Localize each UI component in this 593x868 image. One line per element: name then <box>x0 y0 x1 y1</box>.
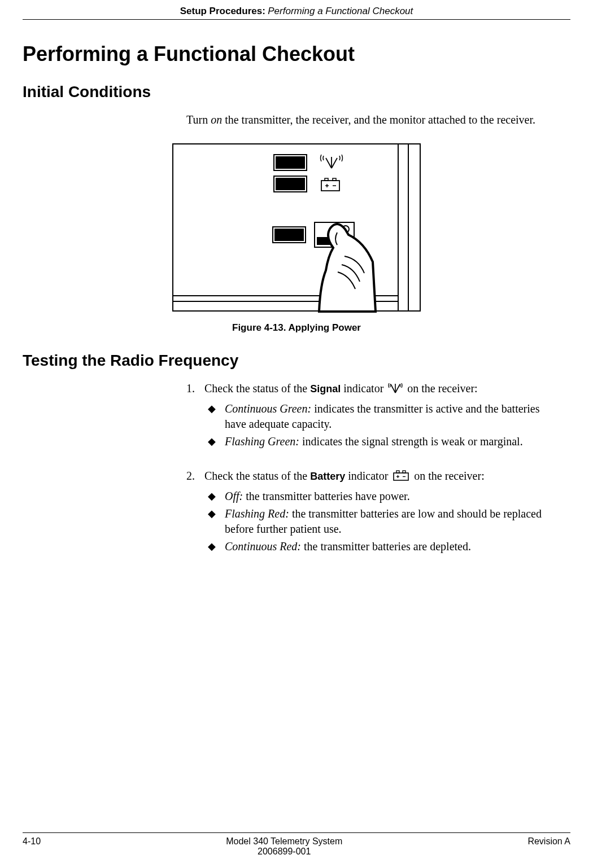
list-item: ◆ Continuous Green: indicates the transm… <box>204 401 553 432</box>
bullet-rest: indicates the signal strength is weak or… <box>299 435 523 448</box>
page-header: Setup Procedures: Performing a Functiona… <box>23 0 570 20</box>
bullet-em: Flashing Green: <box>225 435 299 448</box>
diamond-bullet-icon: ◆ <box>204 539 225 554</box>
diamond-bullet-icon: ◆ <box>204 434 225 449</box>
bullet-em: Flashing Red: <box>225 507 289 520</box>
bullet-em: Off: <box>225 490 243 502</box>
svg-line-25 <box>391 384 395 393</box>
bullet-rest: the transmitter batteries are depleted. <box>301 540 471 553</box>
testing-steps: 1. Check the status of the Signal indica… <box>186 381 553 565</box>
step-1-mid: indicator <box>341 382 386 394</box>
svg-rect-29 <box>403 471 405 473</box>
page-footer: 4-10 Model 340 Telemetry System 2006899-… <box>23 832 570 857</box>
footer-revision: Revision A <box>527 836 570 857</box>
step-1-number: 1. <box>186 381 204 461</box>
battery-icon <box>393 469 409 485</box>
bullet-em: Continuous Green: <box>225 402 311 415</box>
initial-body-pre: Turn <box>186 113 211 126</box>
section-testing-heading: Testing the Radio Frequency <box>23 352 570 370</box>
initial-body-em: on <box>211 113 222 126</box>
figure-caption: Figure 4-13. Applying Power <box>23 322 570 335</box>
testing-body: 1. Check the status of the Signal indica… <box>186 381 553 565</box>
svg-line-11 <box>332 158 337 168</box>
step-1-pre: Check the status of the <box>204 382 310 394</box>
step-1: 1. Check the status of the Signal indica… <box>186 381 553 461</box>
footer-docnum: 2006899-001 <box>41 847 527 857</box>
svg-rect-8 <box>276 178 305 190</box>
section-initial-heading: Initial Conditions <box>23 83 570 101</box>
page-title: Performing a Functional Checkout <box>23 42 570 66</box>
svg-line-10 <box>326 158 332 168</box>
list-item: ◆ Flashing Green: indicates the signal s… <box>204 434 553 449</box>
svg-rect-14 <box>333 178 336 181</box>
step-2-number: 2. <box>186 468 204 565</box>
diamond-bullet-icon: ◆ <box>204 506 225 537</box>
applying-power-illustration <box>172 143 421 313</box>
footer-model: Model 340 Telemetry System <box>41 836 527 847</box>
diamond-bullet-icon: ◆ <box>204 489 225 504</box>
svg-rect-28 <box>396 471 399 473</box>
svg-rect-19 <box>274 229 304 241</box>
list-item: ◆ Off: the transmitter batteries have po… <box>204 489 553 504</box>
list-item: ◆ Continuous Red: the transmitter batter… <box>204 539 553 554</box>
step-2-pre: Check the status of the <box>204 470 310 482</box>
step-1-bold: Signal <box>310 383 341 394</box>
step-2: 2. Check the status of the Battery indic… <box>186 468 553 565</box>
svg-rect-27 <box>394 473 408 480</box>
figure-4-13: Figure 4-13. Applying Power <box>23 143 570 335</box>
footer-page-number: 4-10 <box>23 836 41 857</box>
step-1-post: on the receiver: <box>407 382 477 394</box>
bullet-em: Continuous Red: <box>225 540 301 553</box>
bullet-rest: the transmitter batteries have power. <box>243 490 409 502</box>
step-2-bold: Battery <box>310 471 345 482</box>
initial-conditions-body: Turn on the transmitter, the receiver, a… <box>186 112 553 128</box>
svg-rect-6 <box>276 156 305 169</box>
initial-body-post: the transmitter, the receiver, and the m… <box>222 113 535 126</box>
svg-rect-13 <box>325 178 328 181</box>
step-1-bullets: ◆ Continuous Green: indicates the transm… <box>204 401 553 449</box>
svg-rect-12 <box>321 181 339 191</box>
svg-line-26 <box>395 384 400 393</box>
header-subtitle: Performing a Functional Checkout <box>268 6 413 16</box>
step-2-bullets: ◆ Off: the transmitter batteries have po… <box>204 489 553 554</box>
diamond-bullet-icon: ◆ <box>204 401 225 432</box>
step-2-mid: indicator <box>345 470 391 482</box>
list-item: ◆ Flashing Red: the transmitter batterie… <box>204 506 553 537</box>
header-chapter: Setup Procedures: <box>180 6 265 16</box>
step-2-post: on the receiver: <box>414 470 484 482</box>
signal-antenna-icon <box>388 382 403 398</box>
